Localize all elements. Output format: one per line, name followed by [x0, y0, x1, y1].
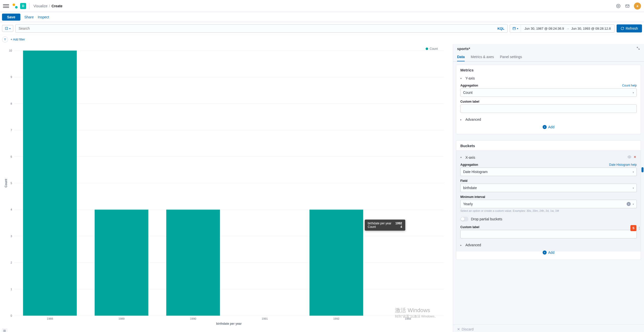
kql-toggle[interactable]: KQL	[494, 27, 507, 30]
drop-partial-toggle[interactable]	[460, 217, 468, 221]
widget-icon[interactable]: S	[630, 225, 636, 231]
svg-point-1	[618, 5, 619, 7]
user-avatar[interactable]: e	[634, 3, 641, 10]
tab-metrics-axes[interactable]: Metrics & axes	[471, 53, 494, 61]
svg-text:1991: 1991	[262, 317, 268, 320]
svg-text:1989: 1989	[118, 317, 125, 320]
bucket-aggregation-label: Aggregation	[460, 163, 478, 167]
date-from: Jun 30, 1987 @ 09:24:36.9	[525, 27, 564, 30]
chart-legend[interactable]: Count	[426, 47, 438, 51]
drop-partial-label: Drop partial buckets	[471, 217, 502, 221]
interval-select[interactable]: Yearly × ▾	[460, 200, 637, 208]
tooltip-x-label: birthdate per year	[368, 222, 391, 225]
svg-text:9: 9	[11, 75, 12, 78]
aggregation-select[interactable]: Count ▾	[460, 88, 637, 97]
chevron-down-icon: ▾	[460, 156, 463, 159]
field-label: Field	[460, 179, 467, 183]
y-axis-label: Y-axis	[465, 76, 475, 80]
bucket-custom-label-input[interactable]	[460, 230, 637, 238]
space-selector[interactable]: D	[20, 3, 26, 9]
refresh-button[interactable]: Refresh	[617, 24, 642, 32]
newsfeed-icon[interactable]	[625, 4, 630, 9]
count-help-link[interactable]: Count help	[622, 84, 637, 87]
calendar-icon[interactable]: ▾	[510, 25, 521, 32]
aggregation-value: Count	[463, 91, 472, 95]
elastic-logo-icon[interactable]	[12, 3, 18, 9]
widget-drag-icon[interactable]: ⋮	[637, 226, 641, 230]
filter-options-icon[interactable]	[2, 36, 8, 43]
top-header: D Visualize / Create e	[0, 0, 644, 12]
clear-icon[interactable]: ×	[627, 202, 631, 206]
add-bucket-button[interactable]: + Add	[460, 248, 637, 257]
scrollbar-thumb[interactable]	[641, 167, 643, 172]
editor-panel: ▸ sports* Data Metrics & axes Panel sett…	[453, 44, 644, 332]
tab-panel-settings[interactable]: Panel settings	[500, 53, 522, 61]
date-range-button[interactable]: Jun 30, 1987 @ 09:24:36.9 → Jun 30, 1993…	[521, 25, 614, 32]
chart-area: Count 0123456789101988198919901991199219…	[0, 44, 453, 332]
query-bar: ▾ KQL ▾ Jun 30, 1987 @ 09:24:36.9 → Jun …	[0, 22, 644, 35]
date-picker: ▾ Jun 30, 1987 @ 09:24:36.9 → Jun 30, 19…	[510, 24, 615, 33]
svg-rect-29	[95, 210, 148, 316]
bucket-aggregation-select[interactable]: Date Histogram ▾	[460, 168, 637, 176]
svg-text:Count: Count	[4, 179, 8, 188]
svg-text:10: 10	[9, 49, 12, 52]
tooltip-y-value: 4	[400, 225, 402, 229]
bucket-advanced-toggle[interactable]: ▸ Advanced	[460, 241, 637, 248]
field-value: birthdate	[463, 186, 477, 190]
svg-text:1992: 1992	[333, 317, 339, 320]
chevron-down-icon: ▾	[633, 171, 634, 173]
buckets-title: Buckets	[460, 144, 637, 148]
svg-rect-39	[3, 330, 6, 330]
tab-data[interactable]: Data	[457, 53, 465, 61]
bucket-aggregation-value: Date Histogram	[463, 170, 488, 174]
query-options-button[interactable]: ▾	[2, 25, 13, 32]
svg-text:3: 3	[11, 235, 12, 238]
add-metric-button[interactable]: + Add	[460, 123, 637, 131]
add-filter-button[interactable]: + Add filter	[11, 38, 25, 41]
toggle-visibility-icon[interactable]	[628, 155, 631, 159]
svg-text:8: 8	[11, 102, 12, 105]
chart-settings-icon[interactable]	[2, 329, 7, 332]
custom-label-input[interactable]	[460, 104, 637, 113]
plus-icon: +	[543, 125, 547, 129]
chevron-down-icon: ▾	[460, 77, 463, 80]
legend-dot-icon	[426, 48, 428, 50]
x-axis-toggle[interactable]: ▾ X-axis	[460, 154, 637, 161]
svg-rect-31	[166, 210, 220, 316]
filter-bar: + Add filter	[0, 35, 644, 44]
panel-collapse-handle[interactable]: ▸	[453, 185, 453, 195]
help-icon[interactable]	[616, 4, 621, 9]
svg-point-0	[617, 4, 620, 8]
arrow-right-icon: →	[566, 27, 569, 30]
svg-text:4: 4	[11, 208, 12, 211]
index-pattern-name[interactable]: sports*	[457, 47, 636, 51]
share-button[interactable]: Share	[24, 15, 34, 19]
legend-label: Count	[430, 47, 438, 51]
advanced-toggle[interactable]: ▸ Advanced	[460, 116, 637, 123]
custom-label-label: Custom label	[460, 100, 479, 103]
svg-rect-40	[3, 330, 6, 331]
breadcrumb-visualize[interactable]: Visualize	[33, 4, 48, 8]
svg-text:birthdate per year: birthdate per year	[216, 322, 242, 325]
panel-link-icon[interactable]	[636, 47, 640, 51]
date-histogram-help-link[interactable]: Date Histogram help	[609, 163, 637, 167]
bucket-custom-label-label: Custom label	[460, 225, 479, 229]
plus-icon: +	[543, 251, 547, 255]
buckets-section: Buckets ▾ X-axis Aggregation	[456, 140, 641, 260]
aggregation-label: Aggregation	[460, 84, 478, 87]
discard-button[interactable]: ✕ Discard	[457, 327, 473, 331]
search-input[interactable]	[16, 24, 494, 32]
remove-bucket-icon[interactable]	[633, 155, 637, 159]
breadcrumb-separator: /	[49, 4, 50, 8]
breadcrumb: Visualize / Create	[33, 4, 62, 8]
inspect-button[interactable]: Inspect	[38, 15, 49, 19]
metrics-section: Metrics ▾ Y-axis Aggregation Count help …	[456, 65, 641, 134]
bar-chart[interactable]: 012345678910198819891990199119921993birt…	[4, 48, 449, 326]
y-axis-toggle[interactable]: ▾ Y-axis	[460, 75, 637, 82]
save-button[interactable]: Save	[2, 14, 20, 21]
menu-toggle-icon[interactable]	[3, 3, 9, 9]
floating-widget: S ⋮	[630, 225, 641, 231]
svg-text:1993: 1993	[405, 317, 411, 320]
field-select[interactable]: birthdate ▾	[460, 184, 637, 192]
close-icon: ✕	[457, 327, 460, 331]
